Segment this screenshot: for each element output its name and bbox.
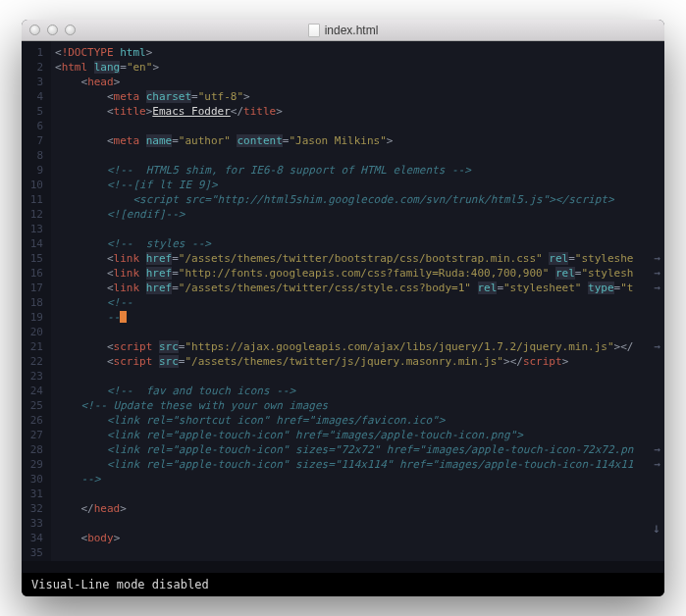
echo-area: Visual-Line mode disabled bbox=[22, 573, 664, 596]
mode-line bbox=[22, 561, 664, 573]
document-icon bbox=[308, 24, 320, 37]
code-buffer[interactable]: <!DOCTYPE html> <html lang="en"> <head> … bbox=[51, 41, 664, 561]
editor-area[interactable]: 1 2 3 4 5 6 7 8 9 10 11 12 13 14 15 16 1… bbox=[22, 41, 664, 561]
line-number-gutter: 1 2 3 4 5 6 7 8 9 10 11 12 13 14 15 16 1… bbox=[22, 41, 51, 561]
editor-window: index.html 1 2 3 4 5 6 7 8 9 10 11 12 13… bbox=[22, 20, 664, 596]
window-title-text: index.html bbox=[325, 24, 379, 37]
scroll-down-indicator: ↓ bbox=[653, 521, 660, 536]
echo-message: Visual-Line mode disabled bbox=[31, 578, 209, 591]
titlebar[interactable]: index.html bbox=[22, 20, 664, 41]
window-title: index.html bbox=[22, 24, 664, 37]
